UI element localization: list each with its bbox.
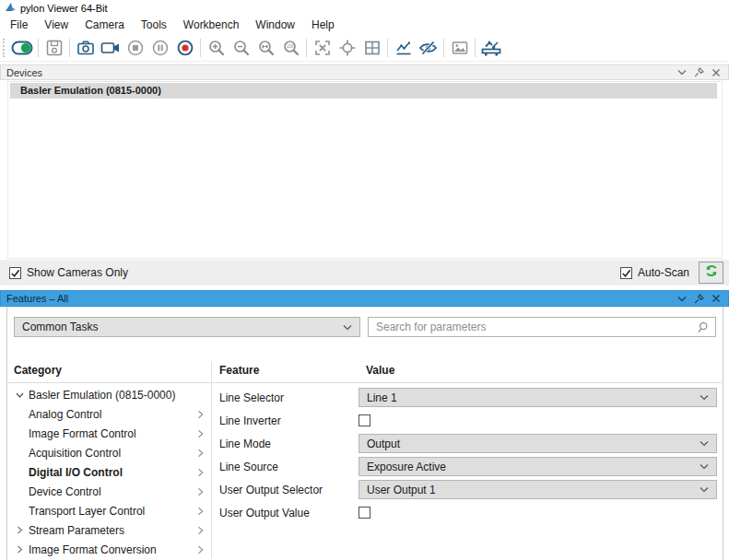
feature-name: Line Mode [212,438,271,450]
auto-scan-checkbox[interactable] [620,267,632,279]
window-title: pylon Viewer 64-Bit [20,3,108,14]
feature-row: User Output SelectorUser Output 1 [212,478,722,501]
single-shot-camera-icon[interactable] [73,36,98,60]
dropdown-value: Line 1 [359,391,700,404]
feature-value: Line 1 [359,388,722,407]
category-tree-item[interactable]: Device Control [7,482,211,501]
feature-value [359,414,722,426]
auto-scan-label: Auto-Scan [638,266,689,279]
features-panel-body: Common Tasks Category Feature Value Basl… [6,307,723,560]
devices-list: Basler Emulation (0815-0000) [7,81,723,259]
menu-camera[interactable]: Camera [76,17,133,34]
menu-window[interactable]: Window [247,17,303,34]
pause-icon[interactable] [147,36,172,60]
chevron-down-icon [700,440,716,447]
chevron-right-icon[interactable] [14,526,26,534]
features-panel-title: Features – All [1,293,677,304]
value-dropdown[interactable]: Output [359,434,717,453]
chevron-right-icon [197,545,204,554]
chevron-right-icon [197,507,204,516]
chevron-down-icon[interactable] [677,69,687,76]
feature-value [359,507,722,519]
feature-value: Output [359,434,722,453]
feature-name: Line Inverter [212,414,281,427]
category-tree-item[interactable]: Image Format Control [7,424,211,443]
category-label: Digital I/O Control [29,466,123,479]
chevron-down-icon [700,394,716,401]
show-cameras-only-label: Show Cameras Only [27,266,128,279]
feature-name: User Output Value [212,507,310,519]
category-tree-item[interactable]: Basler Emulation (0815-0000) [7,385,211,404]
refresh-devices-button[interactable] [699,262,723,284]
continuous-shot-camera-icon[interactable] [98,36,123,60]
pin-icon[interactable] [694,67,704,77]
category-tree-item[interactable]: Transport Layer Control [7,501,211,520]
toolbar-separator [200,39,201,57]
dropdown-value: User Output 1 [359,484,700,496]
center-view-icon[interactable] [335,36,359,60]
value-dropdown[interactable]: User Output 1 [359,480,717,499]
value-dropdown[interactable]: Line 1 [359,388,717,407]
feature-row: User Output Value [212,501,722,524]
chevron-right-icon[interactable] [14,545,26,554]
toolbar-separator [443,39,444,57]
feature-row: Line ModeOutput [212,432,722,455]
pin-icon[interactable] [694,294,704,304]
task-selector-dropdown[interactable]: Common Tasks [14,317,360,337]
dropdown-value: Exposure Active [359,461,700,473]
zoom-fit-icon[interactable] [253,36,278,60]
menu-view[interactable]: View [36,17,76,34]
chart-icon[interactable] [391,36,416,60]
show-cameras-only-checkbox[interactable] [9,267,21,279]
value-checkbox[interactable] [359,507,370,519]
stop-icon[interactable] [123,36,147,60]
image-icon[interactable] [447,36,472,60]
category-tree-item[interactable]: Stream Parameters [7,520,211,540]
menu-file[interactable]: File [2,17,36,34]
category-tree-item[interactable]: Acquisition Control [7,443,211,462]
category-tree-item[interactable]: Analog Control [7,404,211,424]
feature-name: Line Source [212,461,278,473]
workbench-icon[interactable] [478,36,503,60]
column-header-feature: Feature [219,364,259,377]
chevron-down-icon[interactable] [677,296,687,302]
feature-row: Line SourceExposure Active [212,455,722,478]
category-label: Image Format Control [29,427,136,440]
feature-name: Line Selector [212,391,284,404]
save-icon[interactable] [41,36,66,60]
toolbar-separator [69,39,70,57]
category-label: Basler Emulation (0815-0000) [29,389,175,402]
close-icon[interactable] [711,294,721,303]
chevron-right-icon [197,487,204,496]
devices-panel-title: Devices [1,67,677,78]
feature-name: User Output Selector [212,484,323,496]
category-tree-item[interactable]: Digital I/O Control [7,462,211,482]
chevron-down-icon [700,486,716,493]
toolbar-separator [475,39,476,57]
menu-help[interactable]: Help [303,17,343,34]
close-icon[interactable] [711,68,721,77]
hide-display-eye-icon[interactable] [416,36,441,60]
refresh-icon [704,263,719,282]
menu-workbench[interactable]: Workbench [175,17,247,34]
search-icon [697,321,715,333]
devices-footer: Show Cameras Only Auto-Scan [0,260,729,286]
device-row-basler-emulation[interactable]: Basler Emulation (0815-0000) [10,83,717,99]
value-dropdown[interactable]: Exposure Active [359,457,717,476]
menu-tools[interactable]: Tools [133,17,175,34]
task-selector-value: Common Tasks [15,321,343,333]
open-device-toggle-icon[interactable] [10,36,35,60]
zoom-out-icon[interactable] [229,36,253,60]
zoom-in-icon[interactable] [204,36,229,60]
zoom-100-icon[interactable]: 100 [278,36,303,60]
toolbar-grip[interactable] [3,39,6,57]
parameter-search-input[interactable] [369,318,697,336]
category-tree-item[interactable]: Image Format Conversion [7,540,211,559]
split-view-icon[interactable] [359,36,384,60]
chevron-down-icon[interactable] [14,391,26,399]
chevron-down-icon [343,324,359,331]
value-checkbox[interactable] [359,414,370,426]
category-label: Transport Layer Control [29,505,145,518]
fit-window-icon[interactable] [310,36,335,60]
record-icon[interactable] [172,36,197,60]
